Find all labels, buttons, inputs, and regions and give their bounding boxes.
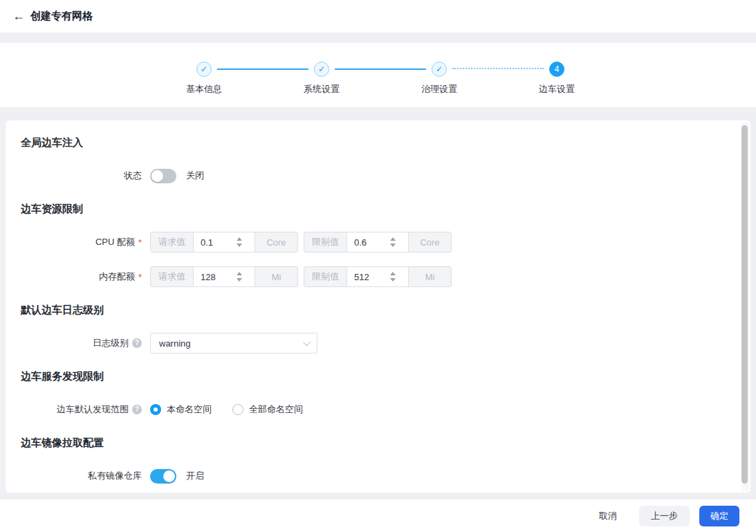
radio-all-namespaces[interactable]: 全部命名空间 (232, 403, 303, 416)
spinner-down-icon[interactable] (237, 278, 242, 282)
memory-limit-group: 限制值 Mi (304, 266, 452, 287)
memory-request-input[interactable] (194, 272, 234, 282)
page-title: 创建专有网格 (30, 10, 93, 23)
discovery-scope-row: 边车默认发现范围 ? 本命名空间 全部命名空间 (6, 398, 750, 421)
step-label-governance-settings[interactable]: 治理设置 (398, 83, 481, 95)
help-icon[interactable]: ? (132, 405, 142, 414)
cpu-limit-unit: Core (409, 232, 451, 252)
chevron-down-icon (303, 338, 311, 346)
wizard-stepper: ✓ ✓ ✓ 4 基本信息 系统设置 治理设置 边车设置 (0, 43, 756, 107)
log-level-row: 日志级别 ? warning (6, 332, 750, 354)
previous-step-button[interactable]: 上一步 (639, 506, 690, 526)
step-2-done-icon[interactable]: ✓ (314, 62, 329, 77)
log-level-selected-value: warning (159, 338, 191, 349)
page-header: ← 创建专有网格 (0, 0, 756, 33)
toggle-knob (163, 470, 175, 482)
cpu-quota-label: CPU 配额 (95, 236, 135, 248)
memory-quota-label: 内存配额 (99, 270, 135, 283)
radio-unselected-icon (232, 404, 243, 415)
step-connector-3-dotted (452, 68, 544, 69)
spinner-down-icon[interactable] (390, 244, 396, 247)
cpu-quota-row: CPU 配额 * 请求值 Core 限制值 (6, 231, 750, 253)
radio-label: 全部命名空间 (249, 403, 303, 416)
status-value-text: 关闭 (186, 169, 204, 182)
memory-limit-unit: Mi (409, 267, 451, 286)
memory-request-prefix: 请求值 (151, 267, 193, 286)
cpu-limit-group: 限制值 Core (304, 232, 452, 253)
step-connector-1 (217, 68, 308, 70)
cpu-request-unit: Core (255, 232, 297, 252)
spinner-up-icon[interactable] (390, 272, 396, 275)
private-registry-row: 私有镜像仓库 开启 (6, 465, 750, 487)
back-icon[interactable]: ← (12, 9, 30, 24)
step-4-active-icon[interactable]: 4 (549, 62, 564, 77)
spinner-down-icon[interactable] (390, 278, 396, 282)
private-registry-toggle[interactable] (150, 469, 176, 484)
step-label-basic-info[interactable]: 基本信息 (163, 83, 246, 95)
cancel-button[interactable]: 取消 (596, 506, 620, 526)
memory-request-group: 请求值 Mi (150, 266, 298, 287)
memory-limit-prefix: 限制值 (304, 267, 347, 286)
step-label-sidecar-settings[interactable]: 边车设置 (515, 83, 598, 95)
cpu-limit-input[interactable] (347, 237, 387, 248)
spinner-up-icon[interactable] (390, 237, 396, 241)
private-registry-label: 私有镜像仓库 (88, 470, 142, 482)
check-icon: ✓ (318, 64, 325, 74)
section-title-resources: 边车资源限制 (21, 203, 750, 216)
cpu-request-group: 请求值 Core (150, 232, 298, 253)
footer-action-bar: 取消 上一步 确定 (0, 499, 756, 532)
section-title-log-level: 默认边车日志级别 (21, 304, 750, 317)
radio-current-namespace[interactable]: 本命名空间 (150, 403, 212, 416)
cpu-request-prefix: 请求值 (151, 232, 193, 252)
spinner-up-icon[interactable] (237, 237, 242, 241)
check-icon: ✓ (436, 64, 443, 74)
step-connector-2 (335, 68, 426, 70)
global-injection-toggle[interactable] (150, 169, 176, 183)
step-number: 4 (555, 64, 560, 74)
help-icon[interactable]: ? (132, 338, 142, 348)
radio-selected-icon (150, 404, 161, 415)
section-title-discovery: 边车服务发现限制 (21, 370, 750, 383)
spinner-up-icon[interactable] (237, 272, 242, 275)
step-label-system-settings[interactable]: 系统设置 (280, 83, 363, 95)
memory-quota-row: 内存配额 * 请求值 Mi 限制值 (6, 266, 750, 288)
cpu-limit-prefix: 限制值 (304, 232, 347, 252)
form-card: 全局边车注入 状态 关闭 边车资源限制 CPU 配额 * 请求值 (6, 120, 750, 493)
status-label: 状态 (124, 169, 142, 182)
section-title-image-pull: 边车镜像拉取配置 (21, 437, 750, 450)
memory-request-unit: Mi (255, 267, 297, 286)
step-1-done-icon[interactable]: ✓ (196, 62, 212, 77)
status-row: 状态 关闭 (6, 165, 750, 187)
spinner-down-icon[interactable] (237, 244, 242, 247)
log-level-label: 日志级别 (93, 337, 129, 349)
section-title-global-injection: 全局边车注入 (21, 136, 750, 149)
radio-label: 本命名空间 (167, 403, 212, 416)
required-asterisk: * (138, 272, 142, 282)
toggle-knob (151, 170, 163, 182)
log-level-select[interactable]: warning (150, 333, 317, 354)
required-asterisk: * (138, 237, 142, 248)
discovery-scope-label: 边车默认发现范围 (57, 403, 129, 416)
registry-value-text: 开启 (186, 470, 204, 482)
cpu-request-input[interactable] (194, 237, 234, 248)
confirm-button[interactable]: 确定 (699, 506, 739, 526)
scrollbar-track[interactable] (742, 122, 749, 491)
step-3-done-icon[interactable]: ✓ (432, 62, 447, 77)
scrollbar-thumb[interactable] (741, 125, 748, 484)
check-icon: ✓ (201, 64, 208, 74)
memory-limit-input[interactable] (347, 272, 387, 282)
